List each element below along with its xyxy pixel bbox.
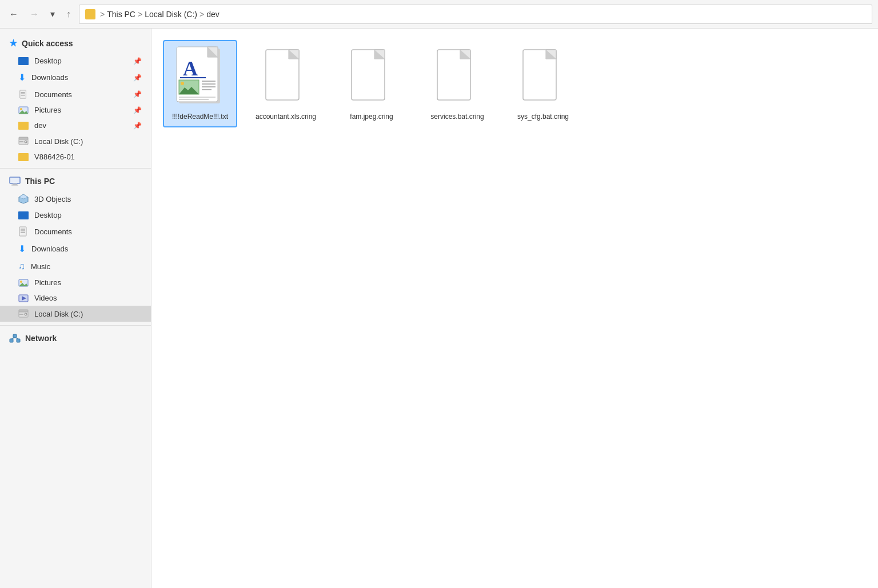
file-item-syscfg[interactable]: sys_cfg.bat.cring — [506, 40, 580, 127]
divider — [0, 168, 151, 169]
pin-icon: 📌 — [133, 57, 142, 65]
svg-line-33 — [15, 338, 18, 339]
svg-point-21 — [20, 281, 22, 283]
file-item-services[interactable]: services.bat.cring — [420, 40, 494, 127]
svg-rect-16 — [19, 227, 26, 236]
videos-icon — [18, 294, 29, 302]
breadcrumb-bar[interactable]: > This PC > Local Disk (C:) > dev — [79, 5, 872, 24]
pin-icon: 📌 — [133, 106, 142, 114]
desktop-icon — [18, 211, 29, 219]
music-icon: ♫ — [18, 261, 25, 271]
breadcrumb-thispc[interactable]: This PC — [107, 10, 135, 19]
sidebar: ★ Quick access Desktop 📌 ⬇ Downloads 📌 D… — [0, 29, 151, 588]
sidebar-item-downloads-quick[interactable]: ⬇ Downloads 📌 — [0, 69, 151, 86]
breadcrumb-localdisk[interactable]: Local Disk (C:) — [145, 10, 197, 19]
sidebar-network-header[interactable]: Network — [0, 329, 151, 347]
divider — [0, 325, 151, 326]
pin-icon: 📌 — [133, 90, 142, 98]
file-item-accountant[interactable]: accountant.xls.cring — [249, 40, 323, 127]
sidebar-label: dev — [34, 121, 46, 130]
sidebar-item-documents-thispc[interactable]: Documents — [0, 223, 151, 240]
sidebar-label: Downloads — [31, 245, 68, 253]
sidebar-item-pictures-thispc[interactable]: Pictures — [0, 275, 151, 290]
documents-icon — [18, 90, 29, 99]
drive-icon — [18, 137, 29, 146]
sidebar-item-documents-quick[interactable]: Documents 📌 — [0, 86, 151, 102]
quick-access-label: Quick access — [22, 39, 73, 48]
breadcrumb-dev[interactable]: dev — [206, 10, 220, 19]
sidebar-item-videos-thispc[interactable]: Videos — [0, 290, 151, 306]
sidebar-label: V886426-01 — [34, 153, 75, 161]
sidebar-label: Local Disk (C:) — [34, 310, 83, 318]
main-layout: ★ Quick access Desktop 📌 ⬇ Downloads 📌 D… — [0, 29, 878, 588]
thispc-icon — [9, 177, 21, 186]
address-bar: ← → ▾ ↑ > This PC > Local Disk (C:) > de… — [0, 0, 878, 29]
file-name: sys_cfg.bat.cring — [517, 112, 569, 122]
sidebar-quickaccess-header[interactable]: ★ Quick access — [0, 33, 151, 53]
pictures-icon — [18, 279, 29, 287]
sidebar-label: 3D Objects — [34, 195, 71, 203]
sidebar-label: Desktop — [34, 57, 62, 65]
sidebar-item-desktop-quick[interactable]: Desktop 📌 — [0, 53, 151, 69]
sidebar-item-localdisk-c[interactable]: Local Disk (C:) — [0, 133, 151, 149]
sidebar-item-dev-quick[interactable]: dev 📌 — [0, 118, 151, 133]
sidebar-label: Videos — [34, 294, 57, 302]
sidebar-item-localdisk-thispc[interactable]: Local Disk (C:) — [0, 306, 151, 322]
desktop-icon — [18, 57, 29, 65]
download-icon: ⬇ — [18, 243, 26, 254]
svg-rect-26 — [19, 310, 28, 312]
thispc-label: This PC — [25, 177, 55, 186]
folder-icon — [18, 153, 29, 161]
svg-line-32 — [11, 338, 15, 339]
sidebar-item-3dobjects[interactable]: 3D Objects — [0, 190, 151, 207]
sidebar-item-pictures-quick[interactable]: Pictures 📌 — [0, 102, 151, 118]
file-item-readme[interactable]: A — [163, 40, 237, 127]
file-name: services.bat.cring — [430, 112, 484, 122]
sidebar-label: Pictures — [34, 106, 61, 114]
svg-point-5 — [20, 108, 22, 110]
pin-icon: 📌 — [133, 122, 142, 130]
sidebar-thispc-header[interactable]: This PC — [0, 172, 151, 190]
3dobjects-icon — [18, 194, 29, 204]
sidebar-label: Desktop — [34, 211, 62, 219]
forward-button[interactable]: → — [26, 7, 42, 22]
svg-rect-31 — [13, 334, 17, 338]
network-label: Network — [25, 334, 57, 343]
sidebar-label: Pictures — [34, 278, 61, 287]
file-icon-generic — [346, 46, 397, 109]
svg-rect-8 — [19, 137, 28, 139]
svg-rect-0 — [20, 90, 26, 98]
recent-button[interactable]: ▾ — [47, 6, 58, 22]
file-name: accountant.xls.cring — [256, 112, 316, 122]
back-button[interactable]: ← — [6, 7, 22, 22]
file-icon-generic — [260, 46, 312, 109]
sidebar-item-music-thispc[interactable]: ♫ Music — [0, 258, 151, 275]
file-icon-readme: A — [174, 46, 226, 109]
sidebar-item-downloads-thispc[interactable]: ⬇ Downloads — [0, 240, 151, 258]
documents-icon — [18, 226, 29, 237]
svg-rect-29 — [10, 339, 13, 342]
folder-icon — [85, 9, 95, 19]
sidebar-label: Local Disk (C:) — [34, 137, 83, 146]
svg-rect-13 — [11, 185, 18, 186]
file-item-fam[interactable]: fam.jpeg.cring — [334, 40, 409, 127]
file-icon-generic — [432, 46, 483, 109]
file-name: !!!!deReadMe!!!.txt — [172, 112, 228, 122]
download-icon: ⬇ — [18, 72, 26, 83]
file-grid: A — [163, 40, 867, 127]
content-area: A — [151, 29, 878, 588]
sidebar-item-desktop-thispc[interactable]: Desktop — [0, 207, 151, 223]
svg-text:A: A — [183, 57, 198, 80]
pictures-icon — [18, 106, 29, 114]
network-icon — [9, 334, 21, 343]
up-button[interactable]: ↑ — [63, 7, 74, 22]
file-icon-generic — [517, 46, 569, 109]
star-icon: ★ — [9, 38, 17, 49]
sidebar-label: Documents — [34, 227, 72, 236]
sidebar-item-v886426[interactable]: V886426-01 — [0, 149, 151, 165]
svg-rect-11 — [10, 177, 20, 183]
pin-icon: 📌 — [133, 74, 142, 82]
sidebar-label: Documents — [34, 90, 72, 99]
file-name: fam.jpeg.cring — [350, 112, 393, 122]
folder-icon — [18, 122, 29, 130]
